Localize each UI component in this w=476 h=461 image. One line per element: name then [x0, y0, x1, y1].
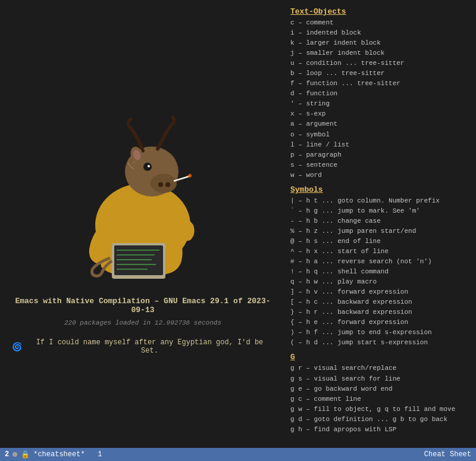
status-right-label: Cheat Sheet [424, 450, 471, 459]
svg-point-5 [143, 163, 152, 171]
list-item: o – symbol [290, 130, 471, 140]
svg-point-15 [188, 174, 192, 177]
status-number: 2 [5, 450, 9, 459]
list-item: g e – go backward word end [290, 384, 471, 394]
list-item: k – larger indent block [290, 38, 471, 48]
status-col: 1 [98, 450, 102, 459]
symbols-title: Symbols [290, 185, 471, 194]
list-item: g h – find apropos with LSP [290, 425, 471, 435]
list-item: g c – comment line [290, 394, 471, 404]
gnu-mascot [60, 106, 226, 285]
list-item: x – s-exp [290, 109, 471, 119]
list-item: g s – visual search for line [290, 374, 471, 384]
list-item: [ – h c ... backward expression [290, 297, 471, 307]
list-item: g w – fill to object, g q to fill and mo… [290, 404, 471, 415]
svg-point-6 [148, 165, 150, 167]
list-item: c – comment [290, 18, 471, 28]
list-item: i – indented block [290, 28, 471, 38]
list-item: l – line / list [290, 140, 471, 150]
list-item: } – h r ... backward expression [290, 307, 471, 317]
list-item: ` – h g ... jump to mark. See 'm' [290, 206, 471, 216]
quote-line: 🌀 If I could name myself after any Egypt… [12, 338, 274, 355]
list-item: # – h a ... reverse search (not 'n') [290, 257, 471, 267]
symbols-list: | – h t ... goto column. Number prefix` … [290, 196, 471, 348]
list-item: % – h z ... jump paren start/end [290, 226, 471, 236]
list-item: q – h w ... play macro [290, 277, 471, 287]
list-item: g d – goto definition ... g b to go back [290, 415, 471, 425]
list-item: b – loop ... tree-sitter [290, 68, 471, 79]
list-item: ^ – h x ... start of line [290, 247, 471, 257]
g-title: G [290, 353, 471, 362]
status-dot [12, 452, 17, 457]
text-objects-list: c – commenti – indented blockk – larger … [290, 18, 471, 180]
quote-icon: 🌀 [12, 342, 22, 352]
emacs-title: Emacs with Native Compilation – GNU Emac… [12, 297, 274, 314]
list-item: s – sentence [290, 160, 471, 170]
list-item: ' – string [290, 99, 471, 109]
list-item: ] – h v ... forward expression [290, 287, 471, 297]
list-item: @ – h s ... end of line [290, 236, 471, 247]
svg-point-4 [165, 182, 170, 187]
status-bar: 2 🔒 *cheatsheet* 1 Cheat Sheet [0, 448, 476, 461]
list-item: a – argument [290, 119, 471, 129]
list-item: d – function [290, 89, 471, 99]
text-objects-title: Text-Objects [290, 7, 471, 16]
list-item: - – h b ... change case [290, 216, 471, 226]
list-item: w – word [290, 170, 471, 180]
packages-info: 220 packages loaded in 12.992736 seconds [64, 319, 221, 326]
list-item: ( – h d ... jump start s-expression [290, 338, 471, 348]
g-list: g r – visual search/replaceg s – visual … [290, 363, 471, 435]
list-item: g r – visual search/replace [290, 363, 471, 373]
svg-point-3 [158, 182, 163, 187]
svg-point-2 [151, 174, 177, 193]
right-panel[interactable]: Text-Objects c – commenti – indented blo… [286, 0, 476, 435]
left-panel: Emacs with Native Compilation – GNU Emac… [0, 0, 286, 461]
status-lock-icon: 🔒 [21, 450, 30, 459]
quote-text: If I could name myself after any Egyptia… [26, 338, 274, 355]
status-filename: *cheatsheet* 1 [33, 450, 421, 459]
list-item: { – h e ... forward expression [290, 317, 471, 328]
list-item: f – function ... tree-sitter [290, 79, 471, 89]
list-item: | – h t ... goto column. Number prefix [290, 196, 471, 206]
list-item: ! – h q ... shell command [290, 267, 471, 277]
list-item: p – paragraph [290, 150, 471, 160]
list-item: ) – h f ... jump to end s-expression [290, 328, 471, 338]
filename-text: *cheatsheet* [33, 450, 84, 459]
list-item: u – condition ... tree-sitter [290, 58, 471, 68]
list-item: j – smaller indent block [290, 48, 471, 58]
